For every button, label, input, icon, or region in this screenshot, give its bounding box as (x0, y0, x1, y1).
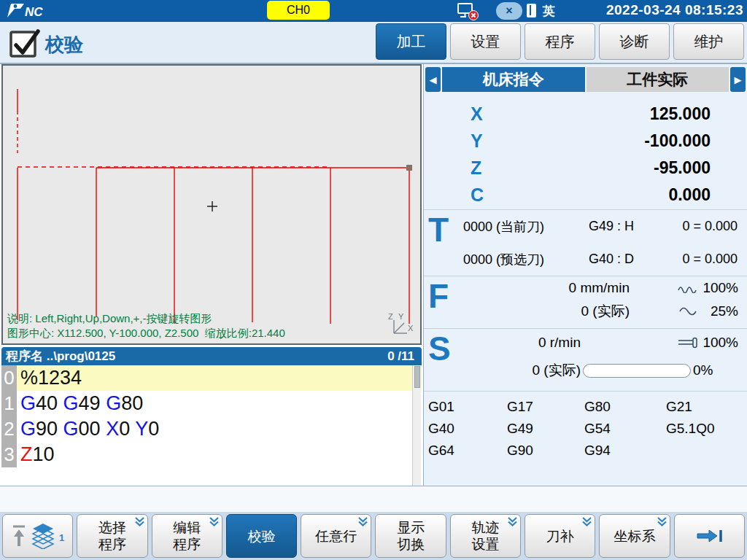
position-tab-prev-button[interactable]: ◀ (425, 67, 441, 92)
feed-override-percent: 100% (700, 280, 747, 296)
softkey-label: 程序 (98, 536, 126, 553)
position-tab-workpiece-actual[interactable]: 工件实际 (587, 67, 729, 92)
submenu-chevron-icon (209, 517, 220, 526)
program-line[interactable]: 0%1234 (1, 365, 422, 391)
line-code: G90 G00 X0 Y0 (17, 416, 422, 442)
tool-row-current: 0000 (当前刀) G49 : H 0 = 0.000 (424, 210, 747, 243)
position-tab-next-button[interactable]: ▶ (730, 67, 746, 92)
position-tabbar: ◀ 机床指令 工件实际 ▶ (424, 64, 747, 93)
return-arrow-icon (11, 524, 27, 548)
feed-actual-value: 0 (实际) (424, 302, 630, 321)
spindle-section: S 0 r/min 100% 0 (实际) 0% (424, 328, 747, 391)
program-line[interactable]: 3Z10 (1, 442, 422, 467)
softkey-next-page[interactable] (674, 514, 745, 558)
tool-offset: 0 = 0.000 (663, 219, 747, 234)
line-number: 0 (1, 365, 17, 391)
left-arrow-icon: ◀ (430, 74, 437, 85)
spindle-load-bar (583, 364, 691, 378)
axis-value: -100.000 (644, 131, 711, 151)
position-tab-machine-command[interactable]: 机床指令 (442, 67, 585, 92)
language-indicator[interactable]: 英 (543, 3, 555, 20)
program-lines[interactable]: 0%12341G40 G49 G802G90 G00 X0 Y03Z10 (1, 365, 422, 487)
command-line-strip: $1 (0, 486, 747, 512)
return-menu-button[interactable]: 1 (2, 514, 73, 558)
svg-text:NC: NC (25, 5, 43, 19)
axis-value: 0.000 (668, 185, 711, 205)
toolpath-graphics-panel[interactable]: 说明: Left,Right,Up,Down,+,-按键旋转图形 图形中心: X… (1, 64, 422, 345)
axis-value: 125.000 (650, 104, 711, 124)
spindle-section-letter: S (428, 332, 451, 365)
axis-row-x: X 125.000 (424, 101, 747, 128)
next-page-arrow-icon (692, 527, 726, 545)
alarm-close-icon[interactable]: × (496, 2, 522, 20)
program-line-counter: 0 /11 (387, 349, 422, 364)
program-scrollbar[interactable] (412, 365, 421, 487)
axis-label: Z (471, 158, 481, 179)
program-line[interactable]: 1G40 G49 G80 (1, 391, 422, 416)
menu-layers-icon (31, 523, 55, 549)
submenu-chevron-icon (134, 517, 145, 526)
submenu-chevron-icon (507, 517, 518, 526)
scrollbar-thumb[interactable] (414, 366, 420, 388)
softkey-label: 任意行 (315, 528, 357, 545)
softkey-label: 编辑 (173, 519, 201, 536)
submenu-chevron-icon (357, 517, 368, 526)
tool-gcode: G40 : D (589, 252, 663, 267)
tool-gcode: G49 : H (589, 219, 663, 234)
softkey-track-settings[interactable]: 轨迹 设置 (450, 514, 521, 558)
tab-machining[interactable]: 加工 (376, 23, 446, 60)
feed-actual-row: 0 (实际) 25% (424, 300, 747, 323)
channel-indicator[interactable]: CH0 (267, 1, 330, 20)
softkey-any-line[interactable]: 任意行 (301, 514, 371, 558)
axis-label: C (471, 184, 484, 206)
network-status-icon[interactable] (456, 2, 479, 21)
program-line[interactable]: 2G90 G00 X0 Y0 (1, 416, 422, 442)
tab-maintenance[interactable]: 维护 (673, 23, 744, 60)
graph-center-cross-icon (207, 201, 217, 211)
modal-gcode-section: G01G17G80G21G40G49G54G5.1Q0G64G90G94 (424, 391, 747, 487)
feed-command-value: 0 mm/min (424, 280, 630, 296)
spindle-override-icon (676, 337, 700, 349)
axis-label: X (471, 104, 483, 125)
softkey-coord-system[interactable]: 坐标系 (599, 514, 670, 558)
mode-tabs: 加工 设置 程序 诊断 维护 (376, 23, 744, 60)
program-name: 程序名 ..\prog\0125 (1, 348, 115, 365)
modal-gcode: G21 (666, 399, 747, 415)
line-number: 1 (1, 391, 17, 416)
rapid-override-percent: 25% (700, 303, 747, 319)
axis-row-c: C 0.000 (424, 182, 747, 209)
ime-indicator-icon[interactable] (527, 4, 536, 18)
axis-position-list: X 125.000 Y -100.000 Z -95.000 C 0.000 (424, 93, 747, 209)
line-code: G40 G49 G80 (17, 391, 422, 416)
softkey-tool-comp[interactable]: 刀补 (525, 514, 595, 558)
line-code: %1234 (17, 365, 422, 391)
submenu-chevron-icon (657, 517, 667, 526)
line-number: 2 (1, 416, 17, 442)
spindle-load-percent: 0% (693, 362, 713, 378)
gcode-grid: G01G17G80G21G40G49G54G5.1Q0G64G90G94 (424, 392, 747, 459)
hnc-logo-icon: NC (6, 2, 51, 20)
modal-gcode: G64 (428, 443, 507, 459)
status-panel: ◀ 机床指令 工件实际 ▶ X 125.000 Y -100.000 Z -95… (423, 64, 747, 487)
softkey-verify[interactable]: 校验 (226, 514, 297, 558)
modal-gcode: G94 (584, 443, 666, 459)
softkey-edit-program[interactable]: 编辑 程序 (152, 514, 222, 558)
modal-gcode (666, 443, 747, 459)
softkey-label: 坐标系 (614, 528, 656, 545)
softkey-bar: 1 选择 程序 编辑 程序 校验 任意行 显示 切换 轨迹 设置 (0, 512, 747, 560)
datetime: 2022-03-24 08:15:23 (606, 2, 743, 18)
softkey-label: 设置 (471, 536, 499, 553)
softkey-select-program[interactable]: 选择 程序 (77, 514, 147, 558)
spindle-command-row: 0 r/min 100% (424, 329, 747, 357)
menu-level-badge: 1 (59, 529, 64, 546)
tool-section-letter: T (428, 213, 449, 246)
softkey-display-switch[interactable]: 显示 切换 (375, 514, 446, 558)
axis-row-z: Z -95.000 (424, 155, 747, 182)
function-header: 校验 加工 设置 程序 诊断 维护 (0, 22, 747, 64)
tab-diagnosis[interactable]: 诊断 (599, 23, 670, 60)
svg-text:Z: Z (388, 312, 393, 321)
tab-program[interactable]: 程序 (525, 23, 595, 60)
tool-offset: 0 = 0.000 (663, 252, 747, 267)
graphics-hint-keys: 说明: Left,Right,Up,Down,+,-按键旋转图形 (7, 312, 212, 326)
tab-settings[interactable]: 设置 (450, 23, 521, 60)
